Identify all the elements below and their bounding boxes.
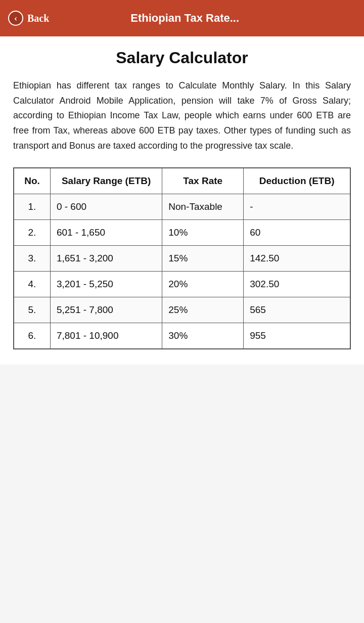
table-row: 3.1,651 - 3,20015%142.50 xyxy=(14,246,350,272)
cell-no: 1. xyxy=(14,194,50,220)
cell-tax-rate: 20% xyxy=(162,272,244,297)
cell-no: 3. xyxy=(14,246,50,272)
cell-salary-range: 1,651 - 3,200 xyxy=(50,246,162,272)
cell-deduction: 60 xyxy=(244,220,350,246)
cell-no: 5. xyxy=(14,297,50,323)
cell-deduction: 565 xyxy=(244,297,350,323)
cell-deduction: 142.50 xyxy=(244,246,350,272)
cell-no: 6. xyxy=(14,323,50,349)
table-row: 5.5,251 - 7,80025%565 xyxy=(14,297,350,323)
cell-tax-rate: Non-Taxable xyxy=(162,194,244,220)
description-text: Ethiopian has different tax ranges to Ca… xyxy=(13,78,351,153)
cell-salary-range: 5,251 - 7,800 xyxy=(50,297,162,323)
table-row: 1.0 - 600Non-Taxable- xyxy=(14,194,350,220)
table-row: 2.601 - 1,65010%60 xyxy=(14,220,350,246)
cell-salary-range: 7,801 - 10,900 xyxy=(50,323,162,349)
table-row: 6.7,801 - 10,90030%955 xyxy=(14,323,350,349)
col-header-salary: Salary Range (ETB) xyxy=(50,168,162,194)
cell-no: 4. xyxy=(14,272,50,297)
back-button[interactable]: ‹ Back xyxy=(8,11,49,26)
table-row: 4.3,201 - 5,25020%302.50 xyxy=(14,272,350,297)
col-header-deduction: Deduction (ETB) xyxy=(244,168,350,194)
cell-deduction: - xyxy=(244,194,350,220)
main-content: Salary Calculator Ethiopian has differen… xyxy=(0,36,364,365)
table-header-row: No. Salary Range (ETB) Tax Rate Deductio… xyxy=(14,168,350,194)
cell-tax-rate: 25% xyxy=(162,297,244,323)
back-chevron-icon: ‹ xyxy=(8,11,23,26)
cell-no: 2. xyxy=(14,220,50,246)
cell-tax-rate: 10% xyxy=(162,220,244,246)
cell-salary-range: 601 - 1,650 xyxy=(50,220,162,246)
cell-tax-rate: 15% xyxy=(162,246,244,272)
app-header: ‹ Back Ethiopian Tax Rate... xyxy=(0,0,364,36)
page-title: Salary Calculator xyxy=(13,49,351,67)
cell-salary-range: 0 - 600 xyxy=(50,194,162,220)
tax-table: No. Salary Range (ETB) Tax Rate Deductio… xyxy=(13,167,351,349)
cell-tax-rate: 30% xyxy=(162,323,244,349)
header-title: Ethiopian Tax Rate... xyxy=(49,12,356,25)
cell-deduction: 955 xyxy=(244,323,350,349)
col-header-tax: Tax Rate xyxy=(162,168,244,194)
back-label: Back xyxy=(27,13,49,24)
col-header-no: No. xyxy=(14,168,50,194)
cell-salary-range: 3,201 - 5,250 xyxy=(50,272,162,297)
cell-deduction: 302.50 xyxy=(244,272,350,297)
